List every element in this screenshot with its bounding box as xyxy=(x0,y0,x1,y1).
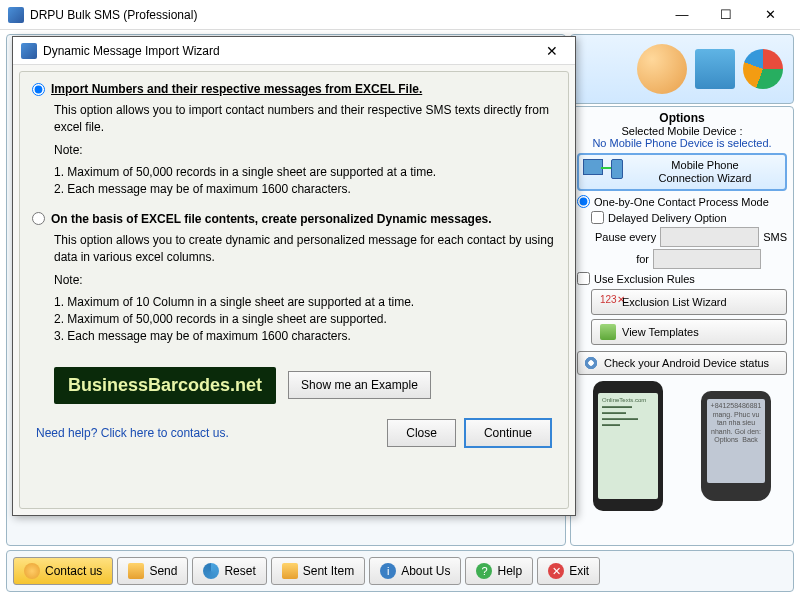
contact-us-button[interactable]: Contact us xyxy=(13,557,113,585)
delayed-delivery-checkbox[interactable]: Delayed Delivery Option xyxy=(591,211,787,224)
connection-icon xyxy=(583,159,623,185)
exclusion-icon: 123✕ xyxy=(600,294,616,310)
dialog-close-btn[interactable]: Close xyxy=(387,419,456,447)
dialog-titlebar: Dynamic Message Import Wizard ✕ xyxy=(13,37,575,65)
app-icon xyxy=(8,7,24,23)
gear-icon xyxy=(584,356,598,370)
send-button[interactable]: Send xyxy=(117,557,188,585)
bottom-toolbar: Contact us Send Reset Sent Item i About … xyxy=(6,550,794,592)
pause-for-select[interactable] xyxy=(653,249,761,269)
info-icon: i xyxy=(380,563,396,579)
device-previews: OnlineTexts.com▬▬▬▬▬▬▬▬▬▬▬▬▬▬▬▬▬▬ +84125… xyxy=(577,381,787,511)
folder-icon xyxy=(282,563,298,579)
maximize-button[interactable]: ☐ xyxy=(704,1,748,29)
pause-every-select[interactable] xyxy=(660,227,759,247)
selected-device-label: Selected Mobile Device : No Mobile Phone… xyxy=(577,125,787,149)
dialog-title: Dynamic Message Import Wizard xyxy=(43,44,537,58)
feature-phone-preview: +841258486881 mang. Phuc vu tan nha sieu… xyxy=(701,391,771,501)
show-example-button[interactable]: Show me an Example xyxy=(288,371,431,399)
about-button[interactable]: i About Us xyxy=(369,557,461,585)
import-wizard-dialog: Dynamic Message Import Wizard ✕ Import N… xyxy=(12,36,576,516)
send-icon xyxy=(128,563,144,579)
view-templates-button[interactable]: View Templates xyxy=(591,319,787,345)
dialog-icon xyxy=(21,43,37,59)
reset-button[interactable]: Reset xyxy=(192,557,266,585)
dialog-continue-btn[interactable]: Continue xyxy=(464,418,552,448)
exit-button[interactable]: ✕ Exit xyxy=(537,557,600,585)
no-device-text: No Mobile Phone Device is selected. xyxy=(592,137,771,149)
templates-icon xyxy=(600,324,616,340)
help-link[interactable]: Need help? Click here to contact us. xyxy=(36,426,229,440)
help-button[interactable]: ? Help xyxy=(465,557,533,585)
brand-badge: BusinessBarcodes.net xyxy=(54,367,276,404)
option1-description: This option allows you to import contact… xyxy=(54,102,556,198)
main-titlebar: DRPU Bulk SMS (Professional) — ☐ ✕ xyxy=(0,0,800,30)
contact-icon xyxy=(24,563,40,579)
minimize-button[interactable]: — xyxy=(660,1,704,29)
exclusion-wizard-button[interactable]: 123✕ Exclusion List Wizard xyxy=(591,289,787,315)
option2-radio[interactable]: On the basis of EXCEL file contents, cre… xyxy=(32,212,556,226)
reset-icon xyxy=(203,563,219,579)
options-title: Options xyxy=(577,111,787,125)
option1-radio[interactable]: Import Numbers and their respective mess… xyxy=(32,82,556,96)
barchart-icon xyxy=(695,49,735,89)
exclusion-checkbox[interactable]: Use Exclusion Rules xyxy=(577,272,787,285)
header-banner xyxy=(570,34,794,104)
options-panel: Options Selected Mobile Device : No Mobi… xyxy=(570,106,794,546)
option2-description: This option allows you to create dynamic… xyxy=(54,232,556,345)
dialog-close-button[interactable]: ✕ xyxy=(537,43,567,59)
exit-icon: ✕ xyxy=(548,563,564,579)
check-android-button[interactable]: Check your Android Device status xyxy=(577,351,787,375)
close-button[interactable]: ✕ xyxy=(748,1,792,29)
smartphone-preview: OnlineTexts.com▬▬▬▬▬▬▬▬▬▬▬▬▬▬▬▬▬▬ xyxy=(593,381,663,511)
connection-wizard-button[interactable]: Mobile Phone Connection Wizard xyxy=(577,153,787,191)
piechart-icon xyxy=(743,49,783,89)
sent-item-button[interactable]: Sent Item xyxy=(271,557,365,585)
app-title: DRPU Bulk SMS (Professional) xyxy=(30,8,660,22)
help-icon: ? xyxy=(476,563,492,579)
one-by-one-radio[interactable]: One-by-One Contact Process Mode xyxy=(577,195,787,208)
people-icon xyxy=(637,44,687,94)
